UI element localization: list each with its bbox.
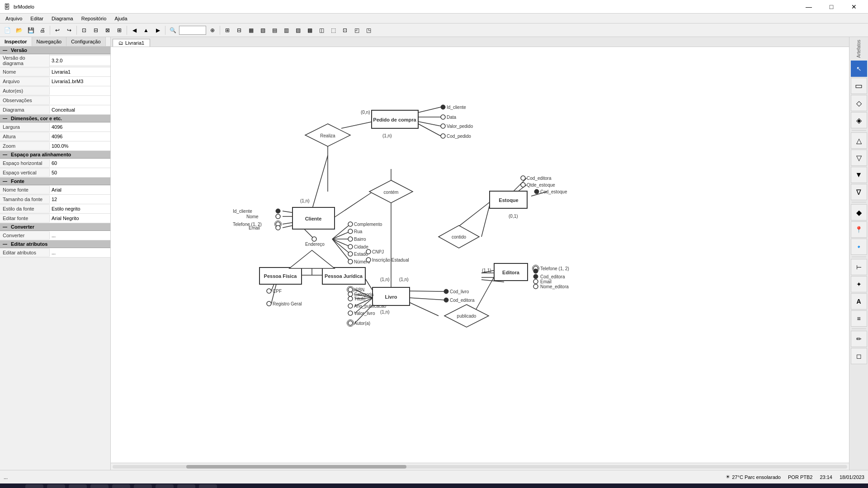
toolbar-new[interactable]: 📄 <box>2 25 13 36</box>
tool-rect1[interactable]: ▭ <box>851 78 867 94</box>
input-converter[interactable] <box>50 231 110 240</box>
input-zoom[interactable] <box>50 141 110 150</box>
toolbar-zoom-fit[interactable]: ⊕ <box>207 25 218 36</box>
toolbar-nav-right[interactable]: ▶ <box>152 25 163 36</box>
toolbar-b7[interactable]: ◫ <box>316 25 327 36</box>
taskbar-search[interactable]: 🔍 <box>25 484 43 488</box>
input-espaco-v[interactable] <box>50 168 110 177</box>
svg-text:Nome_editora: Nome_editora <box>540 284 569 289</box>
svg-text:Rua: Rua <box>354 229 363 234</box>
toolbar-b5[interactable]: ▨ <box>292 25 303 36</box>
menu-arquivo[interactable]: Arquivo <box>2 15 26 22</box>
input-versao[interactable] <box>50 56 110 65</box>
taskbar-word[interactable]: W <box>199 484 217 488</box>
taskbar-left: ⊞ 🔍 e 📁 🌐 ☕ ♫ T 🌐 W <box>4 483 217 488</box>
tool-tri-down3[interactable]: ∇ <box>851 184 867 200</box>
input-arquivo[interactable] <box>50 77 110 86</box>
close-button[interactable]: ✕ <box>844 0 864 14</box>
tool-text[interactable]: A <box>851 293 867 310</box>
input-editar-attr[interactable] <box>50 248 110 257</box>
input-estilo-fonte[interactable] <box>50 204 110 213</box>
toolbar-open[interactable]: 📂 <box>14 25 24 36</box>
toolbar-b1[interactable]: ▦ <box>245 25 256 36</box>
input-diagrama[interactable] <box>50 105 110 114</box>
svg-point-76 <box>441 124 445 128</box>
toolbar-align4[interactable]: ⊞ <box>114 25 125 36</box>
toolbar-b2[interactable]: ▧ <box>257 25 268 36</box>
tool-pen[interactable]: ✏ <box>851 331 867 347</box>
collapse-fonte[interactable]: — <box>3 179 7 184</box>
toolbar-b8[interactable]: ⬚ <box>328 25 339 36</box>
toolbar-align3[interactable]: ⊠ <box>102 25 113 36</box>
tool-tri-down[interactable]: ▽ <box>851 150 867 166</box>
tool-tri-up[interactable]: △ <box>851 132 867 149</box>
taskbar-explorer[interactable]: 📁 <box>69 484 87 488</box>
tab-configuracao[interactable]: Configuração <box>66 37 105 46</box>
taskbar-chrome[interactable]: 🌐 <box>90 484 108 488</box>
tool-star[interactable]: ✦ <box>851 276 867 292</box>
tool-diamond1[interactable]: ◇ <box>851 95 867 111</box>
tool-select[interactable]: ↖ <box>851 61 867 77</box>
tab-navegacao[interactable]: Navegação <box>32 37 67 46</box>
collapse-converter[interactable]: — <box>3 225 7 230</box>
toolbar-b6[interactable]: ▩ <box>304 25 315 36</box>
toolbar-grid[interactable]: ⊞ <box>222 25 233 36</box>
toolbar-undo[interactable]: ↩ <box>52 25 63 36</box>
tool-connector[interactable]: ⊢ <box>851 259 867 275</box>
toolbar-zoom-icon[interactable]: 🔍 <box>167 25 178 36</box>
toolbar-save[interactable]: 💾 <box>25 25 36 36</box>
toolbar-b4[interactable]: ▥ <box>281 25 292 36</box>
input-autores[interactable] <box>50 86 110 95</box>
taskbar-spotify[interactable]: ♫ <box>134 484 152 488</box>
section-editar-attr: — Editar atributos <box>0 240 110 248</box>
input-nome[interactable] <box>50 67 110 76</box>
input-tamanho-fonte[interactable] <box>50 195 110 204</box>
input-espaco-h[interactable] <box>50 159 110 168</box>
toolbar-nav-up[interactable]: ▲ <box>141 25 151 36</box>
taskbar-edge[interactable]: e <box>47 484 65 488</box>
tool-eraser[interactable]: ◻ <box>851 348 867 364</box>
toolbar-b10[interactable]: ◰ <box>351 25 362 36</box>
collapse-dimensoes[interactable]: — <box>3 116 7 121</box>
taskbar-java[interactable]: ☕ <box>112 484 130 488</box>
tool-tri-down2[interactable]: ▼ <box>851 167 867 183</box>
collapse-versao[interactable]: — <box>3 48 7 53</box>
tool-diamond3[interactable]: ◆ <box>851 204 867 221</box>
taskbar-teams[interactable]: T <box>156 484 174 488</box>
toolbar-b11[interactable]: ◳ <box>363 25 374 36</box>
tool-list[interactable]: ≡ <box>851 310 867 327</box>
horizontal-scrollbar[interactable] <box>111 463 849 470</box>
toolbar-print[interactable]: 🖨 <box>37 25 48 36</box>
collapse-editar-attr[interactable]: — <box>3 242 7 247</box>
tool-pin1[interactable]: 📍 <box>851 221 867 238</box>
input-editar-fonte[interactable] <box>50 214 110 223</box>
menu-editar[interactable]: Editar <box>27 15 47 22</box>
menu-repositorio[interactable]: Repositório <box>78 15 110 22</box>
minimize-button[interactable]: — <box>798 0 819 14</box>
input-nome-fonte[interactable] <box>50 185 110 194</box>
toolbar-b3[interactable]: ▤ <box>269 25 280 36</box>
zoom-input[interactable]: 100.0% <box>179 26 206 35</box>
input-largura[interactable] <box>50 122 110 131</box>
maximize-button[interactable]: □ <box>821 0 842 14</box>
toolbar-b9[interactable]: ⊡ <box>340 25 350 36</box>
toolbar-nav-left[interactable]: ◀ <box>129 25 140 36</box>
canvas-container[interactable]: Pedido de compra Cliente Livro Estoque E… <box>111 47 849 463</box>
toolbar-align1[interactable]: ⊡ <box>79 25 90 36</box>
taskbar-network[interactable]: 🌐 <box>177 484 195 488</box>
menu-diagrama[interactable]: Diagrama <box>48 15 77 22</box>
toolbar-redo[interactable]: ↪ <box>64 25 75 36</box>
tool-pin2[interactable]: 🔹 <box>851 239 867 255</box>
input-observacoes[interactable] <box>50 96 110 105</box>
right-panel: Artefatos ↖ ▭ ◇ ◈ △ ▽ ▼ ∇ ◆ 📍 🔹 ⊢ ✦ A ≡ … <box>849 37 868 470</box>
toolbar-snap[interactable]: ⊟ <box>234 25 245 36</box>
menu-ajuda[interactable]: Ajuda <box>111 15 131 22</box>
tool-diamond2[interactable]: ◈ <box>851 112 867 128</box>
windows-start-button[interactable]: ⊞ <box>4 483 22 488</box>
svg-line-36 <box>409 291 445 291</box>
toolbar-align2[interactable]: ⊟ <box>90 25 101 36</box>
input-altura[interactable] <box>50 132 110 141</box>
diagram-tab-livraria[interactable]: 🗂 Livraria1 <box>113 39 150 47</box>
tab-inspector[interactable]: Inspector <box>0 37 32 46</box>
collapse-espaco[interactable]: — <box>3 152 7 157</box>
